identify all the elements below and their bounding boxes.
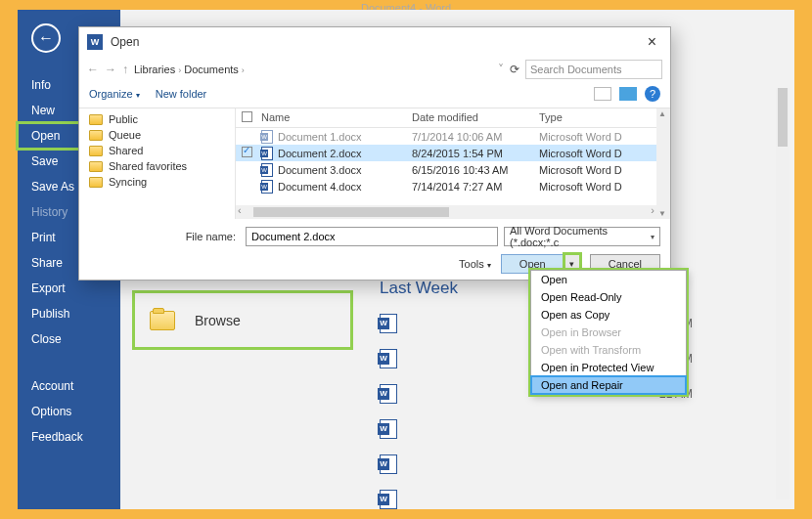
open-split-menu: OpenOpen Read-OnlyOpen as CopyOpen in Br… [530, 270, 687, 395]
tools-button[interactable]: Tools ▾ [459, 258, 491, 270]
word-file-icon [380, 349, 397, 368]
list-vertical-scrollbar[interactable] [656, 108, 670, 219]
nav-back-icon[interactable]: ← [87, 63, 99, 76]
folder-icon [89, 130, 103, 141]
col-check[interactable] [236, 111, 257, 124]
word-file-icon [261, 163, 273, 177]
col-date-header[interactable]: Date modified [412, 111, 539, 124]
recent-document[interactable] [380, 411, 693, 447]
tree-item[interactable]: Shared favorites [79, 158, 235, 174]
tree-item[interactable]: Syncing [79, 174, 235, 190]
file-type-filter[interactable]: All Word Documents (*.docx;*.c▾ [504, 227, 660, 246]
tree-item[interactable]: Public [79, 111, 235, 127]
dialog-title: Open [111, 35, 139, 49]
file-row[interactable]: Document 2.docx8/24/2015 1:54 PMMicrosof… [236, 145, 656, 161]
nav-options[interactable]: Options [18, 399, 120, 424]
folder-icon [89, 146, 103, 156]
browse-label: Browse [195, 313, 241, 328]
help-icon[interactable]: ? [645, 86, 660, 102]
refresh-icon[interactable]: ⟳ [510, 63, 519, 76]
recent-document[interactable] [380, 447, 693, 482]
word-file-icon [261, 130, 273, 144]
menu-open-in-browser: Open in Browser [531, 324, 686, 341]
search-input[interactable]: Search Documents [525, 60, 662, 79]
organize-button[interactable]: Organize ▾ [89, 88, 140, 100]
word-file-icon [380, 384, 397, 404]
word-app-icon: W [87, 34, 103, 50]
nav-publish[interactable]: Publish [18, 301, 120, 326]
nav-up-icon[interactable]: ↑ [122, 63, 128, 76]
filename-label: File name: [89, 231, 236, 242]
col-type-header[interactable]: Type [539, 111, 656, 124]
new-folder-button[interactable]: New folder [156, 88, 207, 100]
horizontal-scrollbar[interactable] [236, 205, 656, 219]
recent-document[interactable] [380, 482, 693, 517]
tree-item[interactable]: Shared [79, 143, 235, 158]
folder-tree: PublicQueueSharedShared favoritesSyncing [79, 108, 236, 219]
row-checkbox[interactable] [242, 147, 252, 157]
menu-open-in-protected-view[interactable]: Open in Protected View [531, 359, 686, 376]
nav-forward-icon[interactable]: → [105, 63, 116, 76]
word-file-icon [380, 314, 397, 333]
tree-item[interactable]: Queue [79, 127, 235, 143]
vertical-scrollbar[interactable] [776, 88, 789, 499]
col-name-header[interactable]: Name [257, 111, 412, 124]
menu-open[interactable]: Open [531, 271, 686, 288]
close-button[interactable]: × [642, 33, 662, 51]
breadcrumb-dropdown-icon[interactable]: ˅ [498, 63, 504, 76]
browse-button[interactable]: Browse [135, 293, 350, 347]
menu-open-as-copy[interactable]: Open as Copy [531, 306, 686, 324]
file-row[interactable]: Document 3.docx6/15/2016 10:43 AMMicroso… [236, 161, 656, 178]
menu-open-read-only[interactable]: Open Read-Only [531, 288, 686, 306]
breadcrumb[interactable]: Libraries›Documents› [134, 64, 492, 75]
folder-icon [89, 114, 103, 125]
menu-open-with-transform: Open with Transform [531, 341, 686, 359]
file-list: Name Date modified Type Document 1.docx7… [236, 108, 656, 219]
menu-open-and-repair[interactable]: Open and Repair [531, 376, 686, 394]
file-row[interactable]: Document 1.docx7/1/2014 10:06 AMMicrosof… [236, 128, 656, 145]
word-file-icon [380, 490, 397, 509]
nav-account[interactable]: Account [18, 373, 120, 399]
filename-input[interactable] [246, 227, 498, 246]
folder-icon [89, 177, 103, 188]
view-options-icon[interactable] [594, 87, 611, 101]
word-file-icon [380, 419, 397, 439]
open-file-dialog: W Open × ← → ↑ Libraries›Documents› ˅ ⟳ … [78, 26, 671, 281]
file-row[interactable]: Document 4.docx7/14/2014 7:27 AMMicrosof… [236, 178, 656, 195]
preview-pane-icon[interactable] [619, 87, 637, 101]
folder-icon [150, 311, 175, 330]
nav-feedback[interactable]: Feedback [18, 424, 120, 450]
word-file-icon [261, 147, 273, 160]
folder-icon [89, 161, 103, 172]
word-file-icon [380, 454, 397, 474]
back-button[interactable] [31, 23, 61, 53]
nav-close[interactable]: Close [18, 326, 120, 352]
word-file-icon [261, 180, 273, 194]
